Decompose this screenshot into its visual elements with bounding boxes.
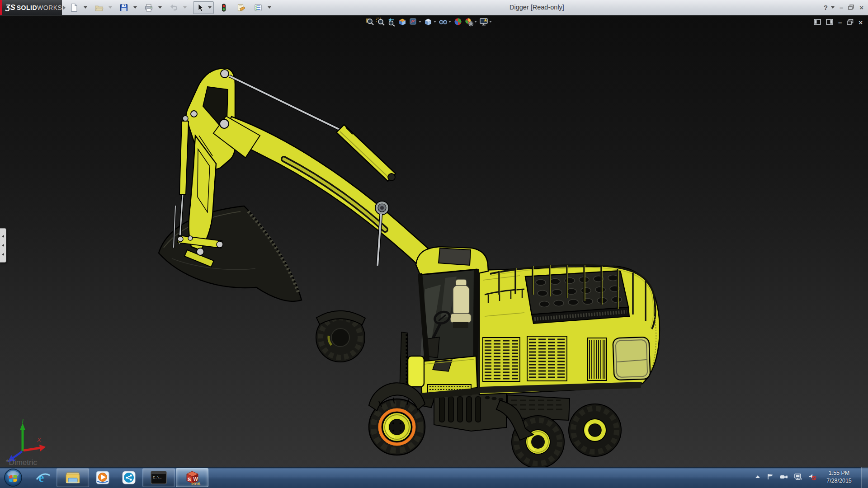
share-app-button[interactable] <box>116 468 142 487</box>
previous-view-button[interactable] <box>386 16 397 28</box>
zoom-to-area-button[interactable] <box>375 16 386 28</box>
menu-expand-arrow[interactable] <box>63 5 66 10</box>
network-icon[interactable] <box>793 473 802 483</box>
collapse-arrow-icon <box>2 235 4 238</box>
solidworks-version-badge: 2015 <box>191 482 200 486</box>
save-button[interactable] <box>118 2 137 13</box>
graphics-viewport[interactable]: – × <box>0 15 868 467</box>
hide-show-items-button[interactable] <box>438 16 448 28</box>
select-cursor-icon <box>194 2 205 13</box>
show-desktop-button[interactable] <box>861 467 868 488</box>
open-button[interactable] <box>94 2 112 13</box>
taskbar-apps: e <box>30 467 209 488</box>
volume-muted-icon[interactable] <box>807 472 817 483</box>
action-center-flag-icon[interactable] <box>766 473 774 483</box>
orientation-triad[interactable]: X <box>8 419 46 462</box>
view-orientation-label: *Dimetric <box>6 458 37 467</box>
apply-scene-button[interactable] <box>463 16 474 28</box>
media-player-button[interactable] <box>90 468 116 487</box>
options-icon <box>253 2 264 13</box>
wheel-front-far[interactable] <box>316 311 365 362</box>
apply-scene-dropdown[interactable] <box>474 21 477 23</box>
doc-restore-button[interactable] <box>847 19 854 27</box>
taskbar-clock[interactable]: 1:55 PM 7/28/2015 <box>820 469 858 485</box>
window-title: Digger [Read-only] <box>509 4 564 11</box>
rebuild-traffic-light-icon <box>218 2 229 13</box>
internet-explorer-button[interactable]: e <box>30 468 56 487</box>
engine-body[interactable] <box>479 265 660 394</box>
elbow-pin <box>220 119 229 128</box>
display-style-dropdown[interactable] <box>419 21 421 23</box>
power-plug-icon[interactable] <box>779 473 788 483</box>
view-settings-button[interactable] <box>478 16 489 28</box>
digger-3d-model[interactable]: X <box>0 15 868 467</box>
feature-manager-collapsed-tab[interactable] <box>0 228 6 263</box>
open-dropdown[interactable] <box>108 6 112 9</box>
windows-explorer-button[interactable] <box>57 468 89 487</box>
svg-text:S: S <box>188 477 191 482</box>
hidden-icons-chevron[interactable] <box>754 473 761 482</box>
side-grille <box>483 336 607 381</box>
cab[interactable] <box>400 247 488 399</box>
print-dropdown[interactable] <box>158 6 162 9</box>
main-toolbar <box>69 0 278 15</box>
undo-icon <box>168 2 179 13</box>
minimize-button[interactable]: – <box>838 4 845 11</box>
internet-explorer-icon: e <box>35 469 51 486</box>
start-button[interactable] <box>4 468 23 488</box>
roof-box <box>439 248 471 265</box>
wheel-rear-far[interactable] <box>569 404 621 456</box>
seat-cushion <box>450 314 471 323</box>
share-app-icon <box>121 469 137 486</box>
document-window-controls: – × <box>814 19 863 27</box>
window-controls: ? – × <box>822 0 865 15</box>
options-dropdown[interactable] <box>268 6 271 9</box>
collapse-arrow-icon <box>2 253 4 256</box>
title-bar[interactable]: ƷS SOLIDWORKS <box>0 0 868 15</box>
wheel-front-near[interactable] <box>369 383 425 455</box>
split-pane-left-button[interactable] <box>814 19 821 27</box>
rebuild-button[interactable] <box>218 2 229 13</box>
undo-button[interactable] <box>168 2 187 13</box>
help-dropdown[interactable] <box>831 6 835 9</box>
media-player-icon <box>94 469 111 486</box>
hide-show-items-dropdown[interactable] <box>448 21 451 23</box>
print-button[interactable] <box>143 2 162 13</box>
view-orientation-dropdown[interactable] <box>434 21 436 23</box>
new-document-icon <box>69 2 80 13</box>
file-properties-button[interactable] <box>236 2 246 13</box>
command-prompt-icon: C:\_ <box>150 470 167 485</box>
zoom-to-fit-button[interactable] <box>364 16 375 28</box>
display-style-button[interactable] <box>408 16 419 28</box>
options-button[interactable] <box>253 2 271 13</box>
edit-appearance-button[interactable] <box>453 16 463 28</box>
new-document-button[interactable] <box>69 2 87 13</box>
help-button[interactable]: ? <box>822 4 830 11</box>
seat-back <box>453 286 469 315</box>
solidworks-taskbar-button[interactable]: S W 2015 <box>176 468 208 487</box>
boom-pin <box>221 70 229 78</box>
split-pane-right-button[interactable] <box>826 19 833 27</box>
collapse-arrow-icon <box>2 244 4 247</box>
solidworks-logo: ƷS SOLIDWORKS <box>0 0 62 15</box>
new-document-dropdown[interactable] <box>84 6 87 9</box>
close-button[interactable]: × <box>858 4 865 11</box>
select-tool-button[interactable] <box>193 1 214 14</box>
save-dropdown[interactable] <box>133 6 137 9</box>
select-dropdown[interactable] <box>208 6 212 9</box>
folder-icon <box>65 470 81 485</box>
command-prompt-text: C:\_ <box>153 475 161 479</box>
undo-dropdown[interactable] <box>183 6 187 9</box>
view-settings-dropdown[interactable] <box>489 21 492 23</box>
doc-minimize-button[interactable]: – <box>838 19 842 26</box>
restore-button[interactable] <box>848 4 854 12</box>
doc-close-button[interactable]: × <box>859 19 863 26</box>
section-view-button[interactable] <box>397 16 408 28</box>
file-properties-icon <box>236 2 246 13</box>
solidworks-2015-icon: S W 2015 <box>183 469 201 486</box>
logo-text-solid: SOLID <box>17 4 37 11</box>
save-floppy-icon <box>118 2 129 13</box>
logo-text-works: WORKS <box>37 4 62 11</box>
view-orientation-button[interactable] <box>423 16 434 28</box>
command-prompt-button[interactable]: C:\_ <box>142 468 175 487</box>
